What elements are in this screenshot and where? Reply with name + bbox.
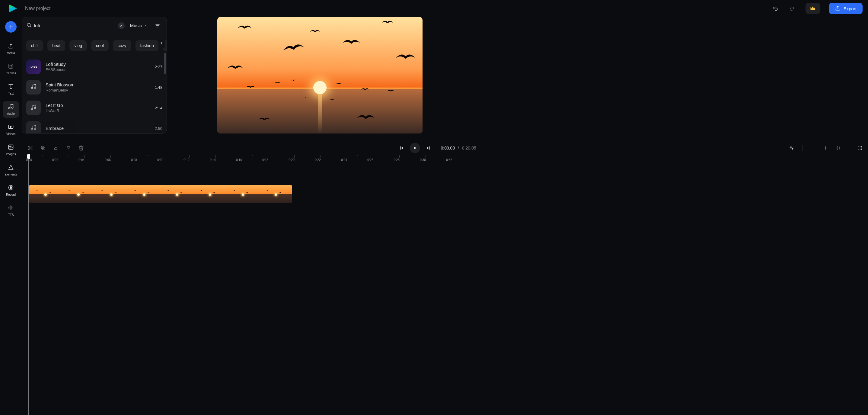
svg-point-52 xyxy=(790,147,791,148)
rail-media[interactable]: Media xyxy=(3,40,19,57)
tag-chip[interactable]: cozy xyxy=(113,40,131,51)
result-item[interactable]: FASS Lofi Study FASSounds 2:27 xyxy=(26,57,162,77)
clip-frame: ~~ xyxy=(161,185,193,203)
rail-audio[interactable]: Audio xyxy=(3,101,19,118)
canvas-icon xyxy=(8,63,14,70)
ruler-tick-minor xyxy=(42,155,42,156)
ruler-tick: 0:08 xyxy=(134,155,140,161)
timeline-toolbar: 0:00.00 / 0:20.05 xyxy=(22,141,868,155)
ruler-tick: 0:24 xyxy=(344,155,350,161)
zoom-out-button[interactable] xyxy=(808,143,818,153)
upload-icon xyxy=(835,5,840,12)
svg-point-31 xyxy=(31,88,33,89)
svg-point-11 xyxy=(12,107,13,109)
ruler-tick-minor xyxy=(95,155,95,156)
chips-scroll-right[interactable] xyxy=(157,39,165,48)
bird-silhouette xyxy=(396,52,415,62)
svg-point-24 xyxy=(27,23,30,27)
track-thumb xyxy=(26,121,41,133)
svg-point-10 xyxy=(9,108,10,109)
next-frame-button[interactable] xyxy=(423,143,433,153)
track-title: Lofi Study xyxy=(45,62,150,67)
results-list[interactable]: FASS Lofi Study FASSounds 2:27 Spirit Bl… xyxy=(22,54,166,133)
bird-silhouette xyxy=(238,24,252,31)
undo-button[interactable] xyxy=(770,3,781,14)
tag-chip[interactable]: cool xyxy=(91,40,108,51)
ruler-tick-minor xyxy=(357,155,358,156)
clip-frame: ~~ xyxy=(128,185,161,203)
timeline[interactable]: ~~~~~~~~~~~~~~~~ xyxy=(22,185,868,204)
track-duration: 2:14 xyxy=(155,106,162,110)
upgrade-button[interactable] xyxy=(806,3,820,14)
delete-button xyxy=(76,143,86,153)
playhead[interactable] xyxy=(28,154,29,415)
video-preview[interactable] xyxy=(217,17,423,134)
zoom-in-button[interactable] xyxy=(820,143,831,153)
svg-point-36 xyxy=(34,128,36,129)
app-logo[interactable] xyxy=(5,2,20,15)
zoom-fit-button[interactable] xyxy=(833,143,843,153)
video-clip[interactable]: ~~~~~~~~~~~~~~~~ xyxy=(29,185,292,203)
bird-silhouette xyxy=(275,81,281,85)
rail-elements[interactable]: Elements xyxy=(3,162,19,178)
rail-label: Record xyxy=(6,193,16,196)
play-button[interactable] xyxy=(410,143,420,153)
rail-text[interactable]: Text xyxy=(3,81,19,97)
clear-search-button[interactable] xyxy=(118,22,125,29)
record-icon xyxy=(8,184,14,192)
clip-frame: ~~ xyxy=(259,185,292,203)
ruler-tick: 0:02 xyxy=(55,155,61,161)
track-thumb xyxy=(26,100,41,115)
result-item[interactable]: Embrace 2:50 xyxy=(26,118,162,133)
chevron-right-icon xyxy=(159,41,163,47)
tag-chip[interactable]: fashion xyxy=(135,40,159,51)
track-artist: FASSounds xyxy=(45,67,150,72)
panel-scrollbar[interactable] xyxy=(164,53,166,74)
bird-silhouette xyxy=(304,96,308,98)
search-input[interactable] xyxy=(34,23,116,28)
bird-silhouette xyxy=(336,82,342,85)
bird-silhouette xyxy=(361,87,369,92)
text-icon xyxy=(8,83,14,91)
track-thumb xyxy=(26,80,41,94)
ruler-tick: 0:18 xyxy=(265,155,271,161)
result-item[interactable]: Spirit Blossom RomanBelov 1:48 xyxy=(26,77,162,97)
ruler-tick-minor xyxy=(68,155,69,156)
timecode: 0:00.00 / 0:20.05 xyxy=(441,146,476,150)
export-button[interactable]: Export xyxy=(829,3,863,14)
svg-point-15 xyxy=(10,146,10,147)
filter-button[interactable] xyxy=(153,21,162,30)
track-artist: ItsWatR xyxy=(45,109,150,113)
rail-label: Canvas xyxy=(6,71,16,75)
rail-label: Elements xyxy=(4,173,17,176)
fullscreen-button[interactable] xyxy=(855,143,865,153)
category-dropdown[interactable]: Music xyxy=(128,23,150,28)
rail-record[interactable]: Record xyxy=(3,182,19,199)
music-note-icon xyxy=(30,84,36,91)
timeline-settings-button[interactable] xyxy=(786,143,797,153)
track-title: Embrace xyxy=(45,126,150,131)
result-item[interactable]: Let It Go ItsWatR 2:14 xyxy=(26,97,162,118)
tag-chip[interactable]: beat xyxy=(48,40,65,51)
ruler-tick: 0:14 xyxy=(213,155,218,161)
ruler-tick-minor xyxy=(252,155,253,156)
rail-label: TTS xyxy=(8,213,14,216)
add-media-button[interactable] xyxy=(5,21,17,33)
tag-chip[interactable]: vlog xyxy=(69,40,87,51)
bird-silhouette xyxy=(246,85,255,89)
project-title[interactable]: New project xyxy=(25,6,51,11)
category-label: Music xyxy=(130,23,142,28)
rail-images[interactable]: Images xyxy=(3,142,19,158)
rail-canvas[interactable]: Canvas xyxy=(3,61,19,77)
tag-chip[interactable]: chill xyxy=(26,40,43,51)
clip-frame: ~~ xyxy=(226,185,259,203)
ruler-tick-minor xyxy=(436,155,436,156)
svg-point-35 xyxy=(31,129,33,130)
prev-frame-button[interactable] xyxy=(397,143,407,153)
bird-silhouette xyxy=(258,116,271,123)
music-note-icon xyxy=(30,104,36,112)
rail-videos[interactable]: Videos xyxy=(3,121,19,138)
ruler-tick-minor xyxy=(147,155,148,156)
rail-tts[interactable]: TTS xyxy=(3,202,19,219)
timeline-ruler[interactable]: 0:000:020:040:060:080:100:120:140:160:18… xyxy=(22,155,868,164)
